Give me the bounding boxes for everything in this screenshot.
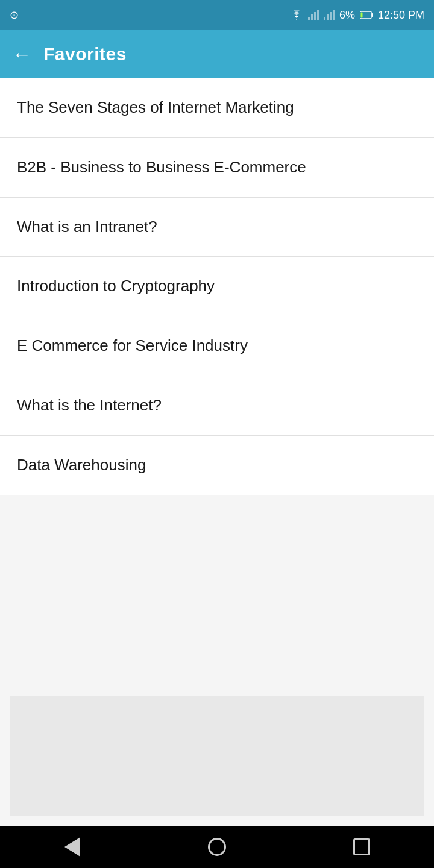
favorites-list: The Seven Stages of Internet Marketing B… (0, 78, 434, 495)
time-text: 12:50 PM (378, 9, 424, 22)
svg-rect-6 (330, 12, 332, 20)
recents-nav-icon (353, 838, 370, 855)
system-icon: ⊙ (10, 8, 19, 22)
nav-back-button[interactable] (48, 832, 96, 862)
page-title: Favorites (43, 44, 127, 64)
list-item[interactable]: E Commerce for Service Industry (0, 316, 434, 376)
back-button[interactable]: ← (12, 45, 31, 64)
list-item[interactable]: The Seven Stages of Internet Marketing (0, 78, 434, 138)
list-item-label: E Commerce for Service Industry (17, 336, 248, 354)
bottom-navigation (0, 826, 434, 868)
svg-rect-2 (314, 12, 316, 20)
list-item-label: Introduction to Cryptography (17, 277, 215, 295)
list-item[interactable]: B2B - Business to Business E-Commerce (0, 138, 434, 198)
svg-rect-4 (324, 17, 326, 20)
list-item[interactable]: What is an Intranet? (0, 198, 434, 257)
battery-icon (360, 11, 373, 19)
signal-icon (308, 10, 319, 20)
svg-rect-10 (360, 13, 362, 18)
svg-rect-9 (371, 13, 373, 17)
nav-recents-button[interactable] (338, 832, 386, 862)
list-item[interactable]: Data Warehousing (0, 436, 434, 495)
wifi-icon (290, 10, 303, 20)
svg-rect-7 (333, 10, 335, 20)
list-item-label: The Seven Stages of Internet Marketing (17, 98, 294, 116)
nav-home-button[interactable] (193, 832, 241, 862)
main-content: The Seven Stages of Internet Marketing B… (0, 78, 434, 826)
app-bar: ← Favorites (0, 30, 434, 78)
svg-rect-1 (311, 14, 313, 20)
list-item-label: What is an Intranet? (17, 218, 157, 236)
back-nav-icon (64, 837, 80, 857)
list-item[interactable]: What is the Internet? (0, 376, 434, 436)
battery-text: 6% (339, 9, 355, 22)
ad-banner (10, 696, 424, 816)
home-nav-icon (208, 838, 226, 856)
signal2-icon (324, 10, 335, 20)
svg-rect-3 (317, 10, 319, 20)
list-item-label: What is the Internet? (17, 396, 162, 414)
svg-rect-0 (308, 17, 310, 20)
status-bar: ⊙ 6% 12:50 PM (0, 0, 434, 30)
svg-rect-5 (327, 14, 329, 20)
list-item-label: B2B - Business to Business E-Commerce (17, 158, 306, 176)
list-item[interactable]: Introduction to Cryptography (0, 257, 434, 316)
list-item-label: Data Warehousing (17, 456, 146, 474)
